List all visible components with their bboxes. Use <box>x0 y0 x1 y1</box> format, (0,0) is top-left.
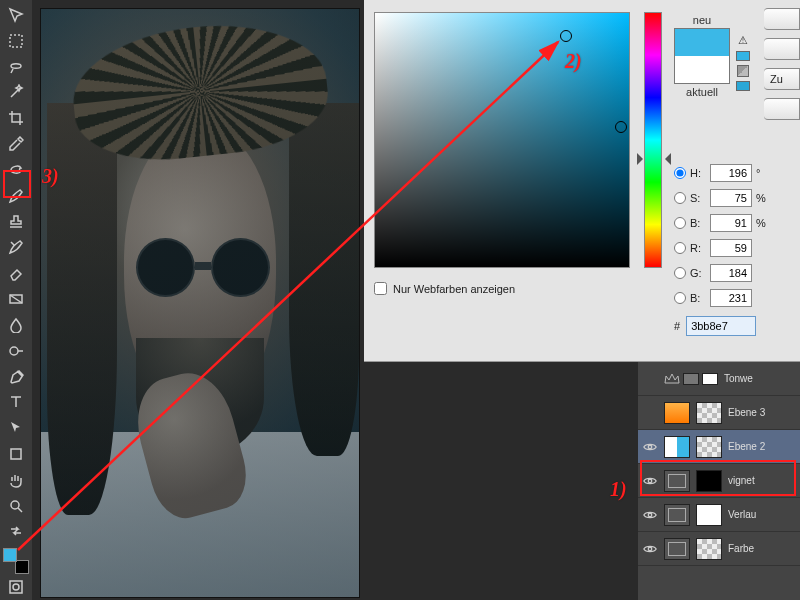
layer-name: Ebene 2 <box>728 441 765 452</box>
blur-tool[interactable] <box>4 313 28 337</box>
swap-colors-tool[interactable] <box>4 520 28 544</box>
pen-tool[interactable] <box>4 365 28 389</box>
input-b[interactable] <box>710 214 752 232</box>
document-canvas[interactable] <box>40 8 360 598</box>
web-colors-checkbox[interactable] <box>374 282 387 295</box>
dialog-buttons: Zu <box>764 8 800 120</box>
annotation-1: 1) <box>610 478 627 501</box>
svg-point-6 <box>13 584 19 590</box>
move-tool[interactable] <box>4 3 28 27</box>
path-select-tool[interactable] <box>4 416 28 440</box>
shape-tool[interactable] <box>4 442 28 466</box>
hex-label: # <box>674 320 680 332</box>
adjustment-icon[interactable] <box>664 504 690 526</box>
layer-row-tonwert[interactable]: Tonwe <box>638 362 800 396</box>
layer-row-ebene2[interactable]: Ebene 2 <box>638 430 800 464</box>
zoom-tool[interactable] <box>4 494 28 518</box>
add-swatch-button[interactable]: Zu <box>764 68 800 90</box>
radio-b[interactable] <box>674 217 686 229</box>
svg-point-2 <box>10 347 18 355</box>
eyedropper-tool[interactable] <box>4 132 28 156</box>
history-brush-tool[interactable] <box>4 235 28 259</box>
ok-button[interactable] <box>764 8 800 30</box>
hue-strip[interactable] <box>644 12 662 268</box>
unit-pct-b: % <box>756 217 770 229</box>
layer-row-vignette[interactable]: vignet <box>638 464 800 498</box>
visibility-toggle[interactable] <box>642 473 658 489</box>
layer-mask-thumb[interactable] <box>696 436 722 458</box>
label-b: B: <box>690 217 706 229</box>
layer-row-ebene3[interactable]: Ebene 3 <box>638 396 800 430</box>
cancel-button[interactable] <box>764 38 800 60</box>
layer-thumb[interactable] <box>664 402 690 424</box>
hand-tool[interactable] <box>4 468 28 492</box>
label-bl: B: <box>690 292 706 304</box>
mini-thumb-mask <box>702 373 718 385</box>
input-s[interactable] <box>710 189 752 207</box>
bg-color[interactable] <box>15 560 29 574</box>
eraser-tool[interactable] <box>4 261 28 285</box>
radio-s[interactable] <box>674 192 686 204</box>
current-color-swatch[interactable] <box>675 56 729 83</box>
radio-r[interactable] <box>674 242 686 254</box>
stamp-tool[interactable] <box>4 210 28 234</box>
layer-name: Farbe <box>728 543 754 554</box>
radio-h[interactable] <box>674 167 686 179</box>
brush-tool[interactable] <box>4 184 28 208</box>
heal-tool[interactable] <box>4 158 28 182</box>
visibility-toggle[interactable] <box>642 507 658 523</box>
marquee-tool[interactable] <box>4 29 28 53</box>
input-g[interactable] <box>710 264 752 282</box>
hue-slider[interactable] <box>639 153 669 165</box>
gamut-swatch[interactable] <box>736 51 750 61</box>
input-r[interactable] <box>710 239 752 257</box>
layer-mask-thumb[interactable] <box>696 470 722 492</box>
layer-mask-thumb[interactable] <box>696 504 722 526</box>
new-label: neu <box>674 14 730 26</box>
color-field[interactable] <box>374 12 630 268</box>
lasso-tool[interactable] <box>4 55 28 79</box>
gradient-tool[interactable] <box>4 287 28 311</box>
websafe-warning-icon[interactable] <box>737 65 749 77</box>
svg-point-10 <box>648 547 652 551</box>
visibility-toggle[interactable] <box>642 541 658 557</box>
websafe-swatch[interactable] <box>736 81 750 91</box>
color-picker-dialog: /*fix slider via JS below*/ neu aktuell … <box>364 0 800 362</box>
input-bl[interactable] <box>710 289 752 307</box>
current-label: aktuell <box>674 86 730 98</box>
svg-point-7 <box>648 445 652 449</box>
web-colors-label: Nur Webfarben anzeigen <box>393 283 515 295</box>
layer-row-farbe[interactable]: Farbe <box>638 532 800 566</box>
color-cursor[interactable] <box>560 30 572 42</box>
input-hex[interactable] <box>686 316 756 336</box>
visibility-placeholder[interactable] <box>642 371 658 387</box>
visibility-placeholder[interactable] <box>642 405 658 421</box>
dodge-tool[interactable] <box>4 339 28 363</box>
gamut-warning-icon[interactable]: ⚠ <box>738 34 748 47</box>
visibility-toggle[interactable] <box>642 439 658 455</box>
quickmask-tool[interactable] <box>4 575 28 599</box>
layer-thumb[interactable] <box>664 436 690 458</box>
toolbar <box>0 0 32 600</box>
adjustment-icon[interactable] <box>664 470 690 492</box>
type-tool[interactable] <box>4 390 28 414</box>
fg-color[interactable] <box>3 548 17 562</box>
layer-row-verlauf[interactable]: Verlau <box>638 498 800 532</box>
radio-bl[interactable] <box>674 292 686 304</box>
adjustment-icon[interactable] <box>664 538 690 560</box>
new-color-swatch[interactable] <box>675 29 729 56</box>
wand-tool[interactable] <box>4 80 28 104</box>
radio-g[interactable] <box>674 267 686 279</box>
web-colors-only[interactable]: Nur Webfarben anzeigen <box>374 282 515 295</box>
fg-bg-swatch[interactable] <box>3 548 29 574</box>
libraries-button[interactable] <box>764 98 800 120</box>
input-h[interactable] <box>710 164 752 182</box>
layer-name: Ebene 3 <box>728 407 765 418</box>
layer-mask-thumb[interactable] <box>696 402 722 424</box>
layer-name: vignet <box>728 475 755 486</box>
canvas-image <box>41 9 359 597</box>
crop-tool[interactable] <box>4 106 28 130</box>
layer-mask-thumb[interactable] <box>696 538 722 560</box>
label-r: R: <box>690 242 706 254</box>
svg-rect-5 <box>10 581 22 593</box>
